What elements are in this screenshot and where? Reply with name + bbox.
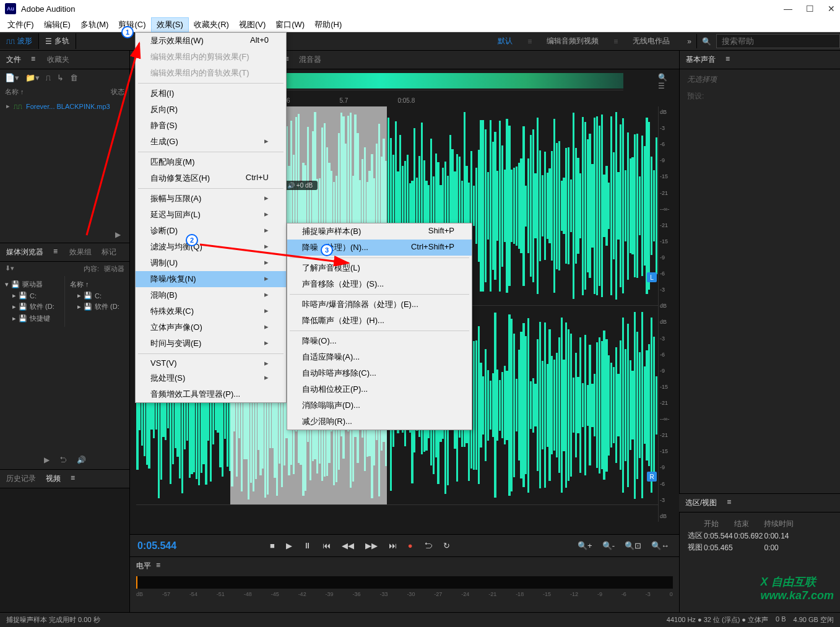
- download-icon[interactable]: ⬇▾: [5, 264, 14, 274]
- transport-btn-4[interactable]: ◀◀: [339, 540, 357, 551]
- panel-menu-icon[interactable]: [71, 473, 77, 484]
- menu-item[interactable]: 时间与变调(E)▸: [136, 335, 286, 352]
- zoom-btn-0[interactable]: 🔍+: [575, 540, 595, 551]
- delete-icon[interactable]: 🗑: [70, 73, 78, 82]
- tab-video[interactable]: 视频: [46, 473, 61, 484]
- transport-btn-8[interactable]: ⮌: [422, 540, 435, 551]
- tree-root[interactable]: ▾💾 驱动器: [2, 279, 62, 290]
- menu-窗口(W)[interactable]: 窗口(W): [271, 18, 310, 32]
- expand-icon[interactable]: ▸: [6, 102, 10, 110]
- transport-btn-7[interactable]: ●: [405, 540, 415, 551]
- tab-history[interactable]: 历史记录: [6, 473, 36, 484]
- menu-item[interactable]: 批处理(S)▸: [136, 370, 286, 386]
- menu-帮助(H)[interactable]: 帮助(H): [310, 18, 347, 32]
- menu-item[interactable]: 咔嗒声/爆音消除器（处理）(E)...: [287, 296, 472, 313]
- tree-item[interactable]: ▸💾软件 (D:: [2, 301, 62, 313]
- record-icon[interactable]: ⎍: [46, 73, 51, 82]
- menu-效果(S)[interactable]: 效果(S): [151, 17, 189, 32]
- menu-item[interactable]: 生成(G)▸: [136, 134, 286, 150]
- zoom-tool-icon[interactable]: 🔍: [658, 73, 667, 82]
- timecode-display[interactable]: 0:05.544: [137, 540, 224, 551]
- menu-item[interactable]: 诊断(D)▸: [136, 223, 286, 239]
- loop-icon[interactable]: ⮌: [59, 456, 67, 464]
- workspace-2[interactable]: 无线电作品: [628, 33, 675, 49]
- menu-item[interactable]: 降噪/恢复(N)▸: [136, 271, 286, 287]
- tab-essential-sound[interactable]: 基本声音: [686, 54, 716, 65]
- menu-item[interactable]: 消除嗡嗡声(D)...: [287, 397, 472, 413]
- transport-btn-0[interactable]: ■: [267, 540, 277, 551]
- waveform-view-button[interactable]: ⎍⎍ 波形: [0, 33, 39, 49]
- menu-item[interactable]: 降噪(O)...: [287, 333, 472, 349]
- zoom-btn-1[interactable]: 🔍-: [600, 540, 617, 551]
- transport-btn-3[interactable]: ⏮: [320, 540, 333, 551]
- tree-item[interactable]: ▸💾C:: [67, 290, 127, 301]
- menu-item[interactable]: 声音移除（处理）(S)...: [287, 276, 472, 292]
- play-icon[interactable]: ▶: [44, 456, 50, 464]
- minimize-button[interactable]: —: [784, 4, 792, 14]
- transport-btn-5[interactable]: ▶▶: [363, 540, 380, 551]
- panel-menu-icon[interactable]: [31, 54, 37, 65]
- multitrack-view-button[interactable]: ☰ 多轨: [39, 33, 76, 49]
- close-button[interactable]: ✕: [828, 4, 835, 14]
- name-column[interactable]: 名称 ↑: [5, 87, 24, 97]
- insert-icon[interactable]: ↳: [57, 73, 64, 82]
- list-view-icon[interactable]: ☰: [658, 82, 665, 90]
- menu-item[interactable]: VST(V)▸: [136, 356, 286, 370]
- menu-视图(V)[interactable]: 视图(V): [234, 18, 271, 32]
- menu-多轨(M)[interactable]: 多轨(M): [76, 18, 114, 32]
- menu-item[interactable]: 延迟与回声(L)▸: [136, 207, 286, 223]
- tree-item[interactable]: ▸💾软件 (D:: [67, 301, 127, 313]
- menu-item[interactable]: 特殊效果(C)▸: [136, 303, 286, 319]
- menu-item[interactable]: 匹配响度(M): [136, 154, 286, 170]
- menu-item[interactable]: 音频增效工具管理器(P)...: [136, 386, 286, 402]
- tab-media-browser[interactable]: 媒体浏览器: [6, 247, 43, 257]
- open-file-icon[interactable]: 📁▾: [25, 73, 40, 82]
- menu-item[interactable]: 振幅与压限(A)▸: [136, 191, 286, 207]
- zoom-btn-2[interactable]: 🔍⊡: [622, 540, 644, 551]
- new-file-icon[interactable]: 📄▾: [5, 73, 19, 82]
- transport-btn-2[interactable]: ⏸: [301, 540, 314, 551]
- level-meter[interactable]: [136, 576, 673, 589]
- search-input[interactable]: [716, 34, 840, 48]
- maximize-button[interactable]: ☐: [806, 4, 814, 14]
- menu-item[interactable]: 反向(R): [136, 102, 286, 118]
- menu-item[interactable]: 显示效果组(W)Alt+0: [136, 33, 286, 49]
- menu-收藏夹(R)[interactable]: 收藏夹(R): [189, 18, 234, 32]
- drive-dropdown[interactable]: 驱动器: [104, 264, 124, 274]
- menu-文件(F)[interactable]: 文件(F): [2, 18, 39, 32]
- tab-effects-rack[interactable]: 效果组: [69, 247, 92, 257]
- tab-mixer[interactable]: 混音器: [299, 54, 321, 65]
- more-workspaces[interactable]: »: [682, 37, 696, 46]
- panel-menu-icon[interactable]: [156, 561, 162, 571]
- tab-files[interactable]: 文件: [6, 54, 21, 65]
- tree-item[interactable]: ▸💾C:: [2, 290, 62, 301]
- menu-item[interactable]: 捕捉噪声样本(B)Shift+P: [287, 223, 472, 240]
- menu-item[interactable]: 立体声声像(O)▸: [136, 319, 286, 335]
- transport-btn-9[interactable]: ↻: [441, 540, 452, 551]
- panel-menu-icon[interactable]: [725, 54, 732, 65]
- tab-selection-view[interactable]: 选区/视图: [685, 498, 717, 508]
- tab-markers[interactable]: 标记: [102, 247, 116, 257]
- menu-item[interactable]: 自适应降噪(A)...: [287, 349, 472, 365]
- menu-item[interactable]: 降低嘶声（处理）(H)...: [287, 313, 472, 329]
- menu-编辑(E)[interactable]: 编辑(E): [39, 18, 76, 32]
- menu-item[interactable]: 混响(B)▸: [136, 287, 286, 303]
- zoom-btn-3[interactable]: 🔍↔: [649, 540, 672, 551]
- workspace-0[interactable]: 默认: [493, 33, 517, 49]
- workspace-1[interactable]: 编辑音频到视频: [542, 33, 604, 49]
- menu-item[interactable]: 反相(I): [136, 85, 286, 102]
- menu-item[interactable]: 自动咔嗒声移除(C)...: [287, 365, 472, 381]
- tab-level[interactable]: 电平: [136, 561, 151, 571]
- menu-item[interactable]: 自动修复选区(H)Ctrl+U: [136, 170, 286, 186]
- volume-icon[interactable]: 🔊: [77, 456, 86, 464]
- menu-item[interactable]: 自动相位校正(P)...: [287, 381, 472, 397]
- transport-btn-1[interactable]: ▶: [284, 540, 295, 551]
- panel-menu-icon[interactable]: [53, 247, 59, 257]
- menu-item[interactable]: 减少混响(R)...: [287, 413, 472, 430]
- tree-item[interactable]: ▸💾快捷键: [2, 313, 62, 324]
- panel-menu-icon[interactable]: [727, 498, 733, 508]
- name-header[interactable]: 名称 ↑: [67, 279, 127, 290]
- transport-btn-6[interactable]: ⏭: [386, 540, 399, 551]
- tab-favorites[interactable]: 收藏夹: [47, 54, 69, 65]
- menu-item[interactable]: 静音(S): [136, 118, 286, 134]
